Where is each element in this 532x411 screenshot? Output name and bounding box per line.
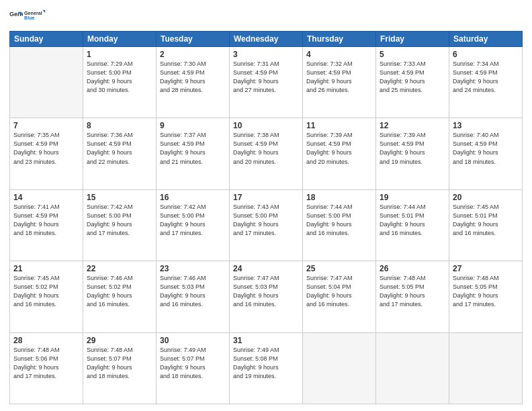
day-number: 19 (380, 193, 445, 202)
day-info: Sunrise: 7:43 AM Sunset: 5:00 PM Dayligh… (233, 203, 299, 238)
calendar-cell: 16Sunrise: 7:42 AM Sunset: 5:00 PM Dayli… (157, 189, 230, 261)
day-info: Sunrise: 7:31 AM Sunset: 4:59 PM Dayligh… (233, 60, 299, 95)
day-number: 6 (453, 50, 519, 59)
day-number: 29 (87, 336, 152, 345)
calendar-cell (376, 332, 449, 404)
calendar-cell: 23Sunrise: 7:46 AM Sunset: 5:03 PM Dayli… (157, 261, 230, 332)
day-info: Sunrise: 7:46 AM Sunset: 5:03 PM Dayligh… (160, 274, 226, 309)
day-number: 1 (87, 50, 152, 59)
calendar-cell: 29Sunrise: 7:48 AM Sunset: 5:07 PM Dayli… (83, 332, 157, 404)
calendar-col-tuesday: Tuesday (157, 32, 230, 47)
day-number: 23 (160, 264, 226, 273)
day-number: 14 (13, 193, 79, 202)
day-number: 13 (453, 121, 519, 130)
day-number: 8 (87, 121, 152, 130)
calendar-cell: 14Sunrise: 7:41 AM Sunset: 4:59 PM Dayli… (10, 189, 83, 261)
calendar-header-row: SundayMondayTuesdayWednesdayThursdayFrid… (10, 32, 523, 47)
day-info: Sunrise: 7:48 AM Sunset: 5:07 PM Dayligh… (87, 346, 152, 381)
calendar-cell: 24Sunrise: 7:47 AM Sunset: 5:03 PM Dayli… (230, 261, 303, 332)
calendar-cell: 30Sunrise: 7:49 AM Sunset: 5:07 PM Dayli… (157, 332, 230, 404)
day-number: 16 (160, 193, 226, 202)
day-info: Sunrise: 7:45 AM Sunset: 5:02 PM Dayligh… (13, 274, 79, 309)
calendar-cell: 25Sunrise: 7:47 AM Sunset: 5:04 PM Dayli… (303, 261, 376, 332)
day-number: 26 (380, 264, 445, 273)
calendar-col-monday: Monday (83, 32, 157, 47)
calendar-col-saturday: Saturday (449, 32, 523, 47)
logo: General General Blue (9, 7, 46, 27)
calendar-cell: 31Sunrise: 7:49 AM Sunset: 5:08 PM Dayli… (230, 332, 303, 404)
day-info: Sunrise: 7:29 AM Sunset: 5:00 PM Dayligh… (87, 60, 152, 95)
day-number: 18 (306, 193, 372, 202)
day-number: 11 (306, 121, 372, 130)
calendar-week-row: 14Sunrise: 7:41 AM Sunset: 4:59 PM Dayli… (10, 189, 523, 261)
day-number: 4 (306, 50, 372, 59)
day-info: Sunrise: 7:38 AM Sunset: 4:59 PM Dayligh… (233, 131, 299, 166)
day-info: Sunrise: 7:48 AM Sunset: 5:06 PM Dayligh… (13, 346, 79, 381)
day-number: 7 (13, 121, 79, 130)
day-number: 10 (233, 121, 299, 130)
calendar-cell (449, 332, 523, 404)
calendar-table: SundayMondayTuesdayWednesdayThursdayFrid… (9, 31, 523, 404)
day-number: 5 (380, 50, 445, 59)
calendar-week-row: 7Sunrise: 7:35 AM Sunset: 4:59 PM Daylig… (10, 118, 523, 189)
day-info: Sunrise: 7:35 AM Sunset: 4:59 PM Dayligh… (13, 131, 79, 166)
day-number: 31 (233, 336, 299, 345)
day-info: Sunrise: 7:34 AM Sunset: 4:59 PM Dayligh… (453, 60, 519, 95)
day-number: 25 (306, 264, 372, 273)
day-number: 22 (87, 264, 152, 273)
calendar-cell: 22Sunrise: 7:46 AM Sunset: 5:02 PM Dayli… (83, 261, 157, 332)
calendar-cell: 18Sunrise: 7:44 AM Sunset: 5:00 PM Dayli… (303, 189, 376, 261)
day-info: Sunrise: 7:45 AM Sunset: 5:01 PM Dayligh… (453, 203, 519, 238)
calendar-cell: 12Sunrise: 7:39 AM Sunset: 4:59 PM Dayli… (376, 118, 449, 189)
day-info: Sunrise: 7:44 AM Sunset: 5:00 PM Dayligh… (306, 203, 372, 238)
calendar-cell: 4Sunrise: 7:32 AM Sunset: 4:59 PM Daylig… (303, 47, 376, 118)
calendar-cell: 13Sunrise: 7:40 AM Sunset: 4:59 PM Dayli… (449, 118, 523, 189)
calendar-cell: 5Sunrise: 7:33 AM Sunset: 4:59 PM Daylig… (376, 47, 449, 118)
day-info: Sunrise: 7:36 AM Sunset: 4:59 PM Dayligh… (87, 131, 152, 166)
day-info: Sunrise: 7:32 AM Sunset: 4:59 PM Dayligh… (306, 60, 372, 95)
calendar-cell: 2Sunrise: 7:30 AM Sunset: 4:59 PM Daylig… (157, 47, 230, 118)
day-number: 9 (160, 121, 226, 130)
day-info: Sunrise: 7:39 AM Sunset: 4:59 PM Dayligh… (306, 131, 372, 166)
calendar-cell: 9Sunrise: 7:37 AM Sunset: 4:59 PM Daylig… (157, 118, 230, 189)
day-info: Sunrise: 7:42 AM Sunset: 5:00 PM Dayligh… (160, 203, 226, 238)
calendar-cell: 28Sunrise: 7:48 AM Sunset: 5:06 PM Dayli… (10, 332, 83, 404)
calendar-cell: 15Sunrise: 7:42 AM Sunset: 5:00 PM Dayli… (83, 189, 157, 261)
day-number: 2 (160, 50, 226, 59)
day-number: 17 (233, 193, 299, 202)
logo-graphic: General Blue (24, 7, 46, 27)
calendar-cell: 11Sunrise: 7:39 AM Sunset: 4:59 PM Dayli… (303, 118, 376, 189)
day-number: 24 (233, 264, 299, 273)
calendar-col-wednesday: Wednesday (230, 32, 303, 47)
calendar-cell: 10Sunrise: 7:38 AM Sunset: 4:59 PM Dayli… (230, 118, 303, 189)
calendar-cell: 26Sunrise: 7:48 AM Sunset: 5:05 PM Dayli… (376, 261, 449, 332)
calendar-cell (10, 47, 83, 118)
day-info: Sunrise: 7:49 AM Sunset: 5:07 PM Dayligh… (160, 346, 226, 381)
calendar-col-sunday: Sunday (10, 32, 83, 47)
calendar-cell: 20Sunrise: 7:45 AM Sunset: 5:01 PM Dayli… (449, 189, 523, 261)
svg-marker-4 (42, 10, 45, 13)
calendar-cell: 3Sunrise: 7:31 AM Sunset: 4:59 PM Daylig… (230, 47, 303, 118)
calendar-cell (303, 332, 376, 404)
day-number: 28 (13, 336, 79, 345)
calendar-cell: 8Sunrise: 7:36 AM Sunset: 4:59 PM Daylig… (83, 118, 157, 189)
page: General General Blue SundayMondayTuesda (0, 0, 532, 411)
logo-icon: General (9, 9, 23, 23)
calendar-col-thursday: Thursday (303, 32, 376, 47)
day-info: Sunrise: 7:47 AM Sunset: 5:03 PM Dayligh… (233, 274, 299, 309)
day-number: 27 (453, 264, 519, 273)
calendar-col-friday: Friday (376, 32, 449, 47)
day-number: 21 (13, 264, 79, 273)
calendar-cell: 6Sunrise: 7:34 AM Sunset: 4:59 PM Daylig… (449, 47, 523, 118)
day-info: Sunrise: 7:37 AM Sunset: 4:59 PM Dayligh… (160, 131, 226, 166)
calendar-cell: 19Sunrise: 7:44 AM Sunset: 5:01 PM Dayli… (376, 189, 449, 261)
day-info: Sunrise: 7:47 AM Sunset: 5:04 PM Dayligh… (306, 274, 372, 309)
svg-text:Blue: Blue (24, 15, 35, 21)
calendar-cell: 27Sunrise: 7:48 AM Sunset: 5:05 PM Dayli… (449, 261, 523, 332)
day-info: Sunrise: 7:42 AM Sunset: 5:00 PM Dayligh… (87, 203, 152, 238)
day-number: 3 (233, 50, 299, 59)
calendar-cell: 1Sunrise: 7:29 AM Sunset: 5:00 PM Daylig… (83, 47, 157, 118)
day-number: 30 (160, 336, 226, 345)
day-info: Sunrise: 7:49 AM Sunset: 5:08 PM Dayligh… (233, 346, 299, 381)
header: General General Blue (9, 7, 523, 27)
